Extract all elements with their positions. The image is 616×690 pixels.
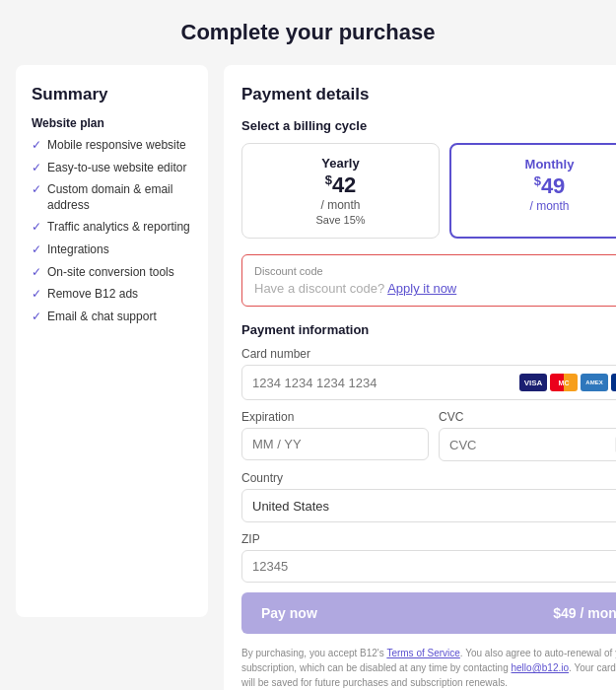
country-select[interactable]: United States Canada United Kingdom Aust…: [252, 499, 616, 514]
summary-panel: Summary Website plan ✓Mobile responsive …: [16, 65, 208, 617]
discount-label: Discount code: [254, 265, 616, 277]
country-field[interactable]: United States Canada United Kingdom Aust…: [241, 489, 616, 522]
terms-of-service-link[interactable]: Terms of Service: [386, 648, 459, 658]
page-title: Complete your purchase: [16, 20, 600, 45]
expiration-label: Expiration: [241, 410, 429, 424]
monthly-per: / month: [461, 199, 616, 213]
check-icon: ✓: [32, 138, 41, 154]
payment-panel: Payment details Select a billing cycle Y…: [224, 65, 616, 690]
country-label: Country: [241, 471, 616, 485]
check-icon: ✓: [32, 287, 41, 303]
zip-field[interactable]: [241, 550, 616, 583]
zip-input[interactable]: [252, 559, 616, 574]
card-number-input[interactable]: [252, 376, 519, 390]
billing-option-yearly[interactable]: Yearly $42 / month Save 15%: [241, 143, 440, 239]
jcb-icon: JCB: [611, 374, 616, 391]
yearly-save: Save 15%: [252, 214, 429, 226]
visa-icon: VISA: [519, 374, 547, 391]
yearly-price: $42: [252, 172, 429, 198]
cvc-label: CVC: [439, 410, 616, 424]
zip-label: ZIP: [241, 532, 616, 546]
list-item: ✓Mobile responsive website: [32, 138, 192, 154]
feature-list: ✓Mobile responsive website ✓Easy-to-use …: [32, 138, 192, 324]
check-icon: ✓: [32, 161, 41, 176]
cvc-input[interactable]: [449, 438, 615, 452]
exp-cvc-row: Expiration CVC: [241, 410, 616, 471]
check-icon: ✓: [32, 265, 41, 281]
cvc-field[interactable]: [439, 428, 616, 461]
amex-icon: AMEX: [581, 374, 608, 391]
apply-discount-link[interactable]: Apply it now: [387, 281, 456, 296]
list-item: ✓Email & chat support: [32, 310, 192, 325]
billing-option-monthly[interactable]: ✓ Monthly $49 / month: [449, 143, 616, 239]
monthly-label: Monthly: [461, 157, 616, 172]
discount-text: Have a discount code? Apply it now: [254, 281, 616, 296]
yearly-label: Yearly: [252, 156, 429, 171]
plan-label: Website plan: [32, 116, 192, 130]
list-item: ✓Traffic analytics & reporting: [32, 220, 192, 236]
expiration-input[interactable]: [252, 437, 418, 451]
yearly-per: / month: [252, 198, 429, 212]
card-number-field[interactable]: VISA MC AMEX JCB: [241, 365, 616, 400]
pay-button-label: Pay now: [261, 605, 317, 621]
list-item: ✓Remove B12 ads: [32, 287, 192, 303]
terms-text: By purchasing, you accept B12's Terms of…: [241, 646, 616, 690]
check-icon: ✓: [32, 242, 41, 258]
pay-button-price: $49 / month: [553, 605, 616, 621]
list-item: ✓On-site conversion tools: [32, 265, 192, 281]
summary-title: Summary: [32, 85, 192, 104]
billing-options: Yearly $42 / month Save 15% ✓ Monthly $4…: [241, 143, 616, 239]
card-number-label: Card number: [241, 347, 616, 361]
card-icons: VISA MC AMEX JCB: [519, 374, 616, 391]
payment-info-label: Payment information: [241, 322, 616, 337]
support-email-link[interactable]: hello@b12.io: [512, 662, 570, 673]
pay-now-button[interactable]: Pay now $49 / month: [241, 592, 616, 634]
check-icon: ✓: [32, 220, 41, 236]
check-icon: ✓: [32, 310, 41, 325]
monthly-price: $49: [461, 173, 616, 199]
expiration-field[interactable]: [241, 428, 429, 460]
payment-title: Payment details: [241, 85, 616, 104]
list-item: ✓Custom domain & email address: [32, 182, 192, 213]
list-item: ✓Easy-to-use website editor: [32, 161, 192, 176]
check-icon: ✓: [32, 182, 41, 198]
billing-cycle-label: Select a billing cycle: [241, 118, 616, 133]
discount-code-box[interactable]: Discount code Have a discount code? Appl…: [241, 254, 616, 307]
mastercard-icon: MC: [550, 374, 578, 391]
list-item: ✓Integrations: [32, 242, 192, 258]
